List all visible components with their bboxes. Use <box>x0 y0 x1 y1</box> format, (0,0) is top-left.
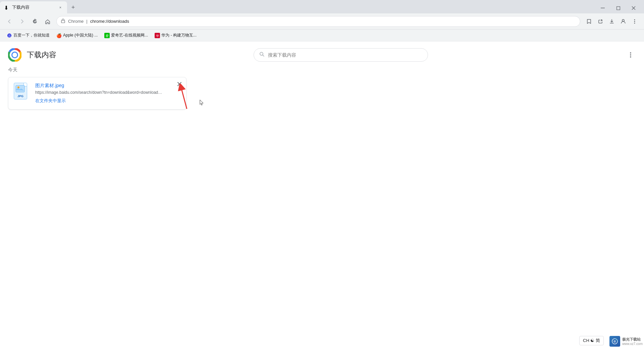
address-url: chrome://downloads <box>90 19 129 24</box>
file-icon-body: JPG <box>14 83 27 99</box>
svg-point-18 <box>12 53 17 57</box>
svg-text:百: 百 <box>8 34 11 38</box>
bookmark-apple-icon: 🍎 <box>56 33 62 38</box>
watermark-logo: 极 <box>609 336 620 347</box>
ime-indicator[interactable]: CH ☯ 简 <box>579 336 604 345</box>
download-filename[interactable]: 图片素材.jpeg <box>35 83 181 89</box>
downloads-list: 今天 JPG 图片素材 <box>0 67 644 110</box>
tab-favicon: ⬇ <box>4 5 9 10</box>
bookmark-iqiyi-icon: 爱 <box>104 33 110 38</box>
svg-rect-4 <box>61 20 65 23</box>
svg-point-21 <box>630 52 631 54</box>
bookmark-button[interactable] <box>584 16 594 27</box>
file-type-image <box>15 85 25 92</box>
svg-point-8 <box>634 22 635 23</box>
more-menu-button[interactable] <box>629 16 640 27</box>
download-url: https://image.baidu.com/search/down?tn=d… <box>35 90 163 95</box>
svg-point-6 <box>634 19 635 20</box>
address-source: Chrome <box>68 19 84 24</box>
back-button[interactable] <box>4 16 15 27</box>
profile-button[interactable] <box>618 16 629 27</box>
reload-button[interactable] <box>30 16 40 27</box>
watermark-app-name: 极光下载站 <box>622 337 643 342</box>
bookmark-huawei[interactable]: 华 华为 - 构建万物互... <box>152 31 199 40</box>
bookmark-iqiyi-label: 爱奇艺-在线视频网... <box>111 32 148 38</box>
svg-point-25 <box>17 86 19 88</box>
svg-text:华: 华 <box>156 34 159 38</box>
window-controls <box>592 3 644 13</box>
svg-rect-1 <box>616 6 620 10</box>
share-button[interactable] <box>595 16 606 27</box>
search-bar[interactable] <box>254 48 428 62</box>
forward-button[interactable] <box>17 16 28 27</box>
card-close-button[interactable] <box>175 80 183 88</box>
bookmarks-bar: 百 百度一下，你就知道 🍎 Apple (中国大陆) ... 爱 爱奇艺-在线视… <box>0 29 644 42</box>
svg-rect-0 <box>601 8 605 8</box>
bookmark-huawei-label: 华为 - 构建万物互... <box>161 32 197 38</box>
download-button[interactable] <box>606 16 617 27</box>
svg-point-5 <box>622 19 624 21</box>
address-bar[interactable]: Chrome | chrome://downloads <box>56 16 580 27</box>
svg-text:爱: 爱 <box>106 34 109 38</box>
svg-point-23 <box>630 56 631 58</box>
close-button[interactable] <box>626 3 641 13</box>
svg-text:极: 极 <box>613 340 616 343</box>
section-header: 今天 <box>8 67 636 73</box>
home-button[interactable] <box>42 16 53 27</box>
search-input[interactable] <box>268 52 422 58</box>
svg-line-20 <box>263 55 264 56</box>
svg-point-7 <box>634 21 635 22</box>
downloads-header: 下载内容 <box>0 42 644 67</box>
download-info: 图片素材.jpeg https://image.baidu.com/search… <box>35 83 181 104</box>
bookmark-iqiyi[interactable]: 爱 爱奇艺-在线视频网... <box>102 31 151 40</box>
download-card: JPG 图片素材.jpeg https://image.baidu.com/se… <box>8 77 186 110</box>
tab-bar: ⬇ 下载内容 × + <box>0 0 644 13</box>
search-icon <box>259 52 265 58</box>
chrome-logo <box>8 48 21 62</box>
tab-title: 下载内容 <box>12 4 56 10</box>
bookmark-apple[interactable]: 🍎 Apple (中国大陆) ... <box>54 31 100 40</box>
toolbar: Chrome | chrome://downloads <box>0 13 644 29</box>
file-icon: JPG <box>14 83 30 101</box>
tab-close-button[interactable]: × <box>58 5 63 10</box>
bookmark-baidu-label: 百度一下，你就知道 <box>13 32 50 38</box>
toolbar-actions <box>584 16 640 27</box>
svg-point-22 <box>630 54 631 56</box>
minimize-button[interactable] <box>595 3 610 13</box>
page-more-actions[interactable] <box>625 50 636 60</box>
watermark: 极 极光下载站 www.xz7.com <box>609 336 643 347</box>
page-title: 下载内容 <box>27 50 56 60</box>
show-in-folder-link[interactable]: 在文件夹中显示 <box>35 98 66 103</box>
security-icon <box>61 18 65 24</box>
restore-button[interactable] <box>610 3 626 13</box>
new-tab-button[interactable]: + <box>68 3 78 12</box>
bookmark-baidu-icon: 百 <box>7 33 12 38</box>
page-content: 下载内容 今天 <box>0 42 644 348</box>
address-separator: | <box>86 19 87 24</box>
watermark-text-block: 极光下载站 www.xz7.com <box>622 337 643 346</box>
svg-text:🍎: 🍎 <box>56 33 62 38</box>
bookmark-huawei-icon: 华 <box>155 33 160 38</box>
ime-status: CH ☯ 简 <box>579 336 604 345</box>
search-bar-container <box>62 48 620 62</box>
bookmark-apple-label: Apple (中国大陆) ... <box>63 32 98 38</box>
bookmark-baidu[interactable]: 百 百度一下，你就知道 <box>4 31 52 40</box>
file-icon-label: JPG <box>17 94 23 98</box>
watermark-site: www.xz7.com <box>622 342 643 346</box>
active-tab[interactable]: ⬇ 下载内容 × <box>0 1 67 13</box>
svg-rect-24 <box>16 85 24 92</box>
browser-window: ⬇ 下载内容 × + <box>0 0 644 348</box>
